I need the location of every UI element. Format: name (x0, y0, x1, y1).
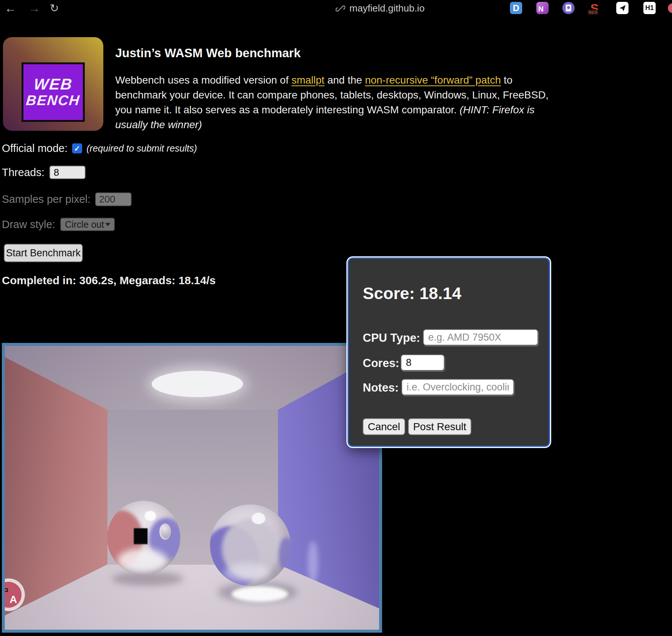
start-benchmark-button[interactable]: Start Benchmark (4, 244, 83, 262)
wall-reflection (308, 541, 318, 584)
seo-extension-icon[interactable]: S SEO (588, 2, 601, 14)
cpu-type-label: CPU Type: (363, 331, 420, 345)
logo-word-bench: BENCH (26, 93, 81, 108)
badge-icon (566, 4, 571, 12)
score-heading: Score: 18.14 (363, 284, 461, 303)
official-mode-row: Official mode: ✓ (required to submit res… (2, 142, 197, 155)
mirror-sphere (107, 501, 180, 575)
cornell-box-scene: 中 A (5, 346, 379, 630)
glass-droplet (159, 523, 171, 540)
notes-input[interactable] (401, 379, 514, 395)
password-manager-icon[interactable] (562, 2, 575, 14)
draw-style-value: Circle out (65, 219, 104, 230)
send-plane-icon[interactable] (616, 2, 629, 14)
translate-icon: 中 A (2, 582, 22, 608)
mirror-reflection-camera (134, 528, 148, 544)
threads-row: Threads: (2, 166, 85, 179)
reload-icon[interactable]: ↻ (50, 0, 59, 16)
cancel-button[interactable]: Cancel (363, 418, 405, 435)
translate-zh-glyph: 中 (2, 585, 9, 597)
draw-style-label: Draw style: (2, 218, 55, 231)
cores-input[interactable] (401, 354, 445, 371)
description-text-1: Webbench uses a modified version of (115, 74, 291, 86)
mirror-floor-reflection (117, 548, 167, 573)
benchmark-result-status: Completed in: 306.2s, Megarads: 18.14/s (2, 274, 216, 287)
draw-style-select[interactable]: Circle out (60, 218, 115, 231)
onenote-icon[interactable]: N (536, 2, 549, 14)
description-text-2: and the (324, 74, 365, 86)
mirror-highlight (145, 511, 156, 521)
h1-extension-icon[interactable]: H1 (643, 2, 656, 14)
benchmark-render-image: 中 A (2, 343, 382, 633)
threads-label: Threads: (2, 166, 44, 179)
score-dialog: Score: 18.14 CPU Type: Cores: Notes: Can… (348, 257, 550, 447)
chevron-down-icon (105, 223, 110, 226)
samples-input[interactable] (95, 192, 132, 206)
glass-highlight (252, 513, 265, 524)
cores-label: Cores: (363, 357, 399, 370)
smallpt-link[interactable]: smallpt (291, 74, 324, 86)
cpu-type-input[interactable] (423, 329, 538, 345)
url-text: mayfield.github.io (349, 3, 424, 14)
glass-sphere (210, 504, 291, 586)
address-bar[interactable]: mayfield.github.io (336, 3, 424, 14)
back-icon[interactable]: ← (4, 0, 16, 16)
official-mode-note: (required to submit results) (87, 143, 197, 154)
partial-extension-icon[interactable] (668, 3, 672, 13)
webbench-logo-square: WEB BENCH (22, 62, 85, 122)
post-result-button[interactable]: Post Result (408, 418, 471, 435)
draw-style-row: Draw style: Circle out (2, 218, 115, 231)
official-mode-checkbox[interactable]: ✓ (72, 143, 82, 153)
browser-toolbar: ← → ↻ mayfield.github.io D N S SEO H1 (0, 0, 672, 17)
samples-row: Samples per pixel: (2, 192, 132, 206)
forward-patch-link[interactable]: non-recursive “forward” patch (365, 74, 501, 86)
threads-input[interactable] (49, 166, 85, 179)
description-paragraph: Webbench uses a modified version of smal… (115, 73, 565, 132)
official-mode-label: Official mode: (2, 142, 68, 155)
glass-inner-glow (224, 563, 270, 583)
webbench-logo: WEB BENCH (3, 37, 103, 131)
extension-d-icon[interactable]: D (510, 2, 522, 14)
seo-label: SEO (588, 10, 598, 15)
forward-icon[interactable]: → (28, 0, 40, 16)
translate-a-glyph: A (10, 594, 17, 606)
samples-label: Samples per pixel: (2, 193, 91, 205)
link-icon (336, 4, 345, 13)
notes-label: Notes: (363, 381, 398, 395)
logo-word-web: WEB (33, 76, 73, 93)
glass-caustic (232, 586, 288, 602)
ceiling-light (152, 371, 243, 397)
page-title: Justin’s WASM Web benchmark (115, 46, 301, 60)
